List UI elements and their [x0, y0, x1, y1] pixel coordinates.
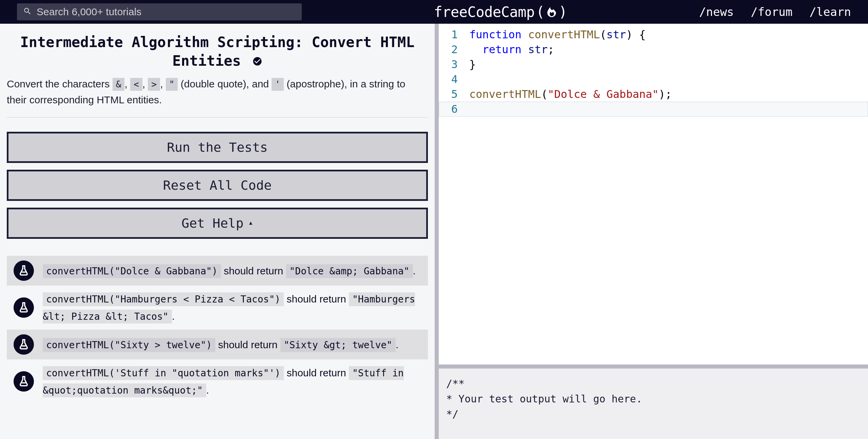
char-quote: "	[166, 78, 178, 91]
code-editor[interactable]: 1function convertHTML(str) {2 return str…	[439, 24, 868, 364]
test-mid: should return	[284, 367, 349, 378]
fire-icon	[546, 6, 557, 18]
test-call: convertHTML('Stuff in "quotation marks"'…	[43, 366, 284, 380]
test-text: convertHTML("Hamburgers < Pizza < Tacos"…	[43, 290, 425, 325]
completed-check-icon	[252, 56, 262, 66]
test-text: convertHTML("Sixty > twelve") should ret…	[43, 336, 398, 353]
vertical-splitter[interactable]	[435, 24, 439, 439]
brand-paren-close: )	[559, 4, 567, 20]
code-line[interactable]: 1function convertHTML(str) {	[439, 27, 868, 42]
nav-forum[interactable]: /forum	[751, 5, 792, 19]
test-list: convertHTML("Dolce & Gabbana") should re…	[7, 256, 428, 403]
test-mid: should return	[284, 293, 349, 305]
caret-up-icon: ▴	[248, 218, 253, 227]
challenge-title-text: Intermediate Algorithm Scripting: Conver…	[20, 34, 414, 69]
brand-logo[interactable]: freeCodeCamp ( )	[302, 4, 699, 20]
code-line[interactable]: 2 return str;	[439, 42, 868, 57]
get-help-button[interactable]: Get Help ▴	[7, 208, 428, 239]
line-number: 3	[439, 58, 469, 71]
code-line[interactable]: 5convertHTML("Dolce & Gabbana");	[439, 87, 868, 102]
char-lt: <	[130, 78, 142, 91]
test-row: convertHTML('Stuff in "quotation marks"'…	[7, 359, 428, 403]
test-return: "Dolce &amp; Gabbana"	[286, 264, 413, 278]
flask-icon	[14, 260, 34, 281]
test-tail: .	[206, 384, 209, 396]
main-split: Intermediate Algorithm Scripting: Conver…	[0, 24, 868, 439]
section-divider	[7, 117, 428, 118]
horizontal-splitter[interactable]	[439, 364, 868, 369]
instructions-panel: Intermediate Algorithm Scripting: Conver…	[0, 24, 435, 439]
code-line[interactable]: 4	[439, 72, 868, 87]
test-tail: .	[413, 265, 416, 276]
test-text: convertHTML('Stuff in "quotation marks"'…	[43, 364, 425, 399]
test-row: convertHTML("Sixty > twelve") should ret…	[7, 330, 428, 359]
test-tail: .	[172, 311, 175, 322]
char-amp: &	[113, 78, 125, 91]
test-call: convertHTML("Dolce & Gabbana")	[43, 264, 221, 278]
flask-icon	[14, 334, 34, 355]
line-number: 4	[439, 73, 469, 86]
header-nav: /news /forum /learn	[699, 5, 851, 19]
test-tail: .	[396, 339, 398, 350]
reset-code-button[interactable]: Reset All Code	[7, 170, 428, 201]
line-number: 1	[439, 28, 469, 41]
line-content: function convertHTML(str) {	[469, 28, 646, 41]
test-text: convertHTML("Dolce & Gabbana") should re…	[43, 262, 416, 279]
nav-news[interactable]: /news	[699, 5, 734, 19]
challenge-description: Convert the characters &, <, >, " (doubl…	[7, 76, 428, 108]
code-line[interactable]: 6	[439, 102, 868, 117]
test-call: convertHTML("Hamburgers < Pizza < Tacos"…	[43, 292, 284, 306]
challenge-title: Intermediate Algorithm Scripting: Conver…	[7, 33, 428, 70]
brand-paren-open: (	[536, 4, 545, 20]
nav-learn[interactable]: /learn	[809, 5, 851, 19]
test-row: convertHTML("Hamburgers < Pizza < Tacos"…	[7, 286, 428, 330]
line-content: convertHTML("Dolce & Gabbana");	[469, 88, 672, 101]
run-tests-button[interactable]: Run the Tests	[7, 132, 428, 163]
test-mid: should return	[221, 265, 286, 276]
code-line[interactable]: 3}	[439, 57, 868, 72]
test-call: convertHTML("Sixty > twelve")	[43, 338, 215, 352]
line-number: 5	[439, 88, 469, 101]
line-content: return str;	[469, 43, 554, 56]
flask-icon	[14, 297, 34, 318]
test-mid: should return	[215, 339, 280, 350]
app-header: freeCodeCamp ( ) /news /forum /learn	[0, 0, 868, 24]
line-content: }	[469, 58, 476, 71]
search-icon	[23, 7, 32, 17]
test-return: "Sixty &gt; twelve"	[280, 338, 396, 352]
flask-icon	[14, 371, 34, 392]
test-row: convertHTML("Dolce & Gabbana") should re…	[7, 256, 428, 286]
line-number: 6	[439, 103, 469, 116]
brand-text: freeCodeCamp	[434, 4, 534, 20]
char-apos: '	[272, 78, 284, 91]
char-gt: >	[148, 78, 160, 91]
search-container[interactable]	[17, 3, 302, 20]
line-number: 2	[439, 43, 469, 56]
search-input[interactable]	[37, 6, 296, 18]
editor-output-panel: 1function convertHTML(str) {2 return str…	[439, 24, 868, 439]
test-output-panel: /** * Your test output will go here. */	[439, 369, 868, 439]
